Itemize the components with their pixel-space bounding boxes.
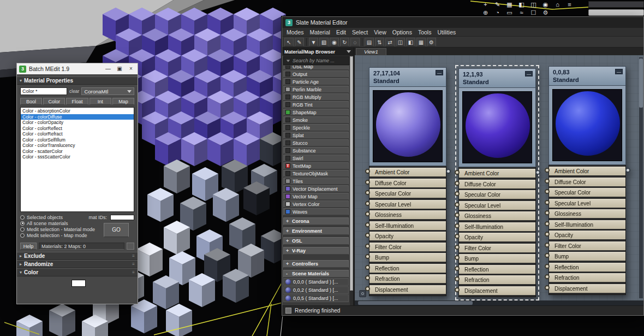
slot-connector[interactable] bbox=[545, 253, 550, 258]
radio-medit-map-mode[interactable] bbox=[20, 233, 25, 238]
node-preview[interactable] bbox=[548, 86, 626, 165]
half-grid-icon[interactable]: ◧ bbox=[517, 1, 526, 8]
viewport-scrollbar[interactable] bbox=[588, 9, 644, 16]
map-item[interactable]: Vector Map bbox=[283, 193, 349, 200]
bar-icon[interactable]: ▭ bbox=[505, 9, 514, 16]
node-preview[interactable] bbox=[458, 88, 536, 167]
slot-specular-color[interactable]: Specular Color bbox=[459, 190, 535, 199]
slot-ambient-color[interactable]: Ambient Color bbox=[549, 167, 625, 175]
slot-connector[interactable] bbox=[455, 234, 460, 239]
node-header[interactable]: 12,1,93 Standard — bbox=[458, 68, 536, 88]
help-button[interactable]: Help bbox=[20, 243, 37, 250]
go-button[interactable]: GO bbox=[104, 223, 129, 237]
zoom-extents-icon[interactable]: ▦ bbox=[416, 38, 426, 46]
map-item[interactable]: Speckle bbox=[283, 124, 349, 131]
map-item[interactable]: Output bbox=[283, 70, 349, 78]
group-osl[interactable]: +OSL bbox=[283, 237, 349, 245]
rollout-color[interactable]: ▾ Color ≡ bbox=[17, 268, 138, 276]
slot-reflection[interactable]: Reflection bbox=[459, 265, 535, 274]
map-item[interactable]: TextureObjMask bbox=[283, 170, 349, 177]
scene-material-item[interactable]: 0,0,5 ( Standard ) [... bbox=[283, 294, 349, 302]
map-item[interactable]: Tiles bbox=[283, 178, 349, 185]
slot-refraction[interactable]: Refraction bbox=[459, 275, 535, 284]
group-scene-materials[interactable]: -Scene Materials bbox=[283, 270, 349, 278]
slot-connector[interactable] bbox=[545, 200, 550, 205]
node-preview[interactable] bbox=[369, 87, 446, 166]
slot-bump[interactable]: Bump bbox=[369, 253, 446, 262]
slot-connector[interactable] bbox=[365, 286, 370, 291]
scene-material-item[interactable]: 0,0,2 ( Standard ) [... bbox=[283, 286, 349, 294]
canvas-horizontal-scrollbar[interactable] bbox=[355, 300, 643, 305]
radio-selected-objects[interactable] bbox=[20, 215, 25, 220]
browser-scrollbar[interactable] bbox=[350, 56, 353, 305]
slot-connector[interactable] bbox=[365, 265, 370, 270]
slot-displacement[interactable]: Displacement bbox=[369, 285, 446, 294]
rollout-material-properties[interactable]: ▾ Material Properties bbox=[17, 76, 138, 85]
slot-specular-color[interactable]: Specular Color bbox=[549, 188, 625, 197]
grip-box[interactable] bbox=[127, 243, 134, 250]
map-item[interactable]: TTextMap bbox=[283, 162, 349, 169]
view-navigation-icon[interactable] bbox=[359, 290, 366, 297]
slot-connector[interactable] bbox=[455, 255, 460, 260]
filter-map-button[interactable]: Map bbox=[112, 98, 134, 105]
property-item[interactable]: Color - colorSelfIllum bbox=[21, 137, 134, 143]
slot-reflection[interactable]: Reflection bbox=[549, 263, 625, 272]
filter-int-button[interactable]: Int bbox=[90, 98, 111, 105]
mat-ids-input[interactable] bbox=[110, 215, 134, 220]
slot-connector[interactable] bbox=[455, 213, 460, 217]
slot-connector[interactable] bbox=[365, 233, 370, 238]
slot-connector[interactable] bbox=[545, 274, 550, 279]
menu-view[interactable]: View bbox=[374, 29, 386, 36]
slot-self-illumination[interactable]: Self-Illumination bbox=[369, 221, 446, 230]
node-output-connector[interactable] bbox=[535, 170, 540, 175]
slot-filter-color[interactable]: Filter Color bbox=[459, 244, 535, 252]
slot-connector[interactable] bbox=[455, 191, 460, 196]
slot-connector[interactable] bbox=[365, 190, 370, 195]
menu-material[interactable]: Material bbox=[310, 29, 330, 36]
node-minimize-button[interactable]: — bbox=[436, 70, 443, 75]
slot-refraction[interactable]: Refraction bbox=[369, 274, 446, 283]
slot-opacity[interactable]: Opacity bbox=[369, 232, 446, 240]
map-item[interactable]: Swirl bbox=[283, 155, 349, 162]
circle-plus-icon[interactable]: ⊕ bbox=[481, 9, 490, 16]
rollout-exclude[interactable]: ▸ Exclude ≡ bbox=[17, 252, 138, 260]
target-icon[interactable]: ◉ bbox=[541, 1, 550, 8]
slot-connector[interactable] bbox=[545, 243, 550, 247]
color-swatch[interactable] bbox=[71, 280, 86, 287]
slot-connector[interactable] bbox=[455, 266, 460, 271]
map-item[interactable]: OSL Map bbox=[283, 66, 349, 70]
browser-header[interactable]: Material/Map Browser bbox=[282, 48, 353, 56]
menu-tools[interactable]: Tools bbox=[418, 29, 432, 36]
clock-icon[interactable]: ◔ bbox=[493, 9, 502, 16]
property-item[interactable]: Color - colorRefract bbox=[21, 131, 134, 137]
map-item[interactable]: Vector Displacement bbox=[283, 185, 349, 192]
slot-bump[interactable]: Bump bbox=[459, 254, 535, 263]
slot-connector[interactable] bbox=[545, 168, 550, 173]
slot-connector[interactable] bbox=[545, 232, 550, 237]
node-minimize-button[interactable]: — bbox=[525, 71, 533, 76]
menu-select[interactable]: Select bbox=[352, 29, 368, 36]
group-environment[interactable]: +Environment bbox=[283, 227, 349, 235]
scrollbar-thumb[interactable] bbox=[350, 56, 353, 291]
filter-color-button[interactable]: Color bbox=[43, 98, 65, 105]
property-item[interactable]: Color - colorTranslucency bbox=[21, 143, 134, 149]
slot-self-illumination[interactable]: Self-Illumination bbox=[459, 222, 535, 231]
slot-displacement[interactable]: Displacement bbox=[459, 286, 535, 295]
node-header[interactable]: 27,17,104 Standard — bbox=[369, 67, 446, 87]
scene-material-item[interactable]: 0,0,0 ( Standard ) [... bbox=[283, 278, 349, 286]
node-minimize-button[interactable]: — bbox=[615, 69, 623, 74]
slot-opacity[interactable]: Opacity bbox=[459, 233, 535, 241]
slot-opacity[interactable]: Opacity bbox=[549, 231, 625, 239]
slot-connector[interactable] bbox=[365, 180, 370, 185]
layout-horizontal-icon[interactable]: ⇄ bbox=[385, 38, 395, 46]
layout-vertical-icon[interactable]: ⇅ bbox=[375, 38, 384, 46]
map-item[interactable]: Substance bbox=[283, 147, 349, 154]
slot-specular-level[interactable]: Specular Level bbox=[549, 199, 625, 208]
map-item[interactable]: Particle Age bbox=[283, 78, 349, 85]
map-item[interactable]: Stucco bbox=[283, 139, 349, 146]
scrollbar-thumb[interactable] bbox=[639, 58, 643, 108]
node-output-connector[interactable] bbox=[625, 168, 630, 173]
property-item[interactable]: Color - sssScatterColor bbox=[21, 154, 134, 160]
close-button[interactable]: × bbox=[127, 65, 135, 73]
property-listbox[interactable]: Color - absorptionColor Color - colorDif… bbox=[20, 107, 134, 212]
